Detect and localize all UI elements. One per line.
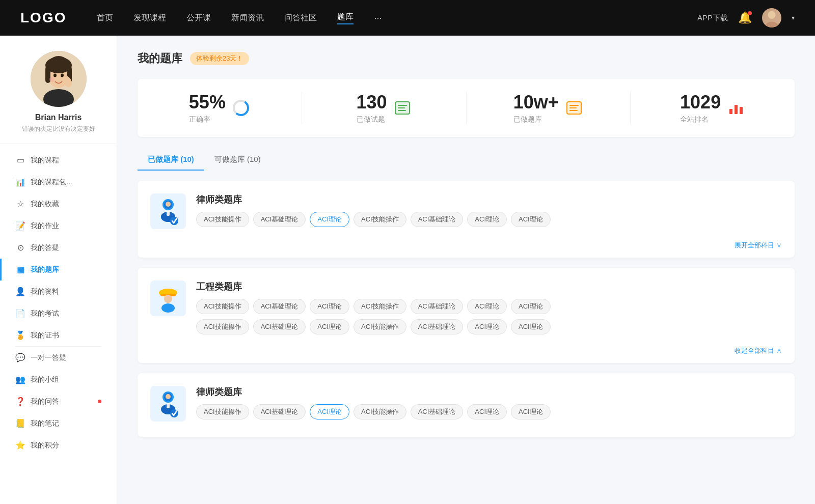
eng-tag-r2-5[interactable]: ACI理论: [467, 319, 507, 334]
page-title: 我的题库: [138, 51, 182, 66]
sidebar-item-mycourse[interactable]: ▭ 我的课程: [0, 149, 117, 171]
nav-qa[interactable]: 问答社区: [284, 13, 317, 23]
qa-notification-dot: [98, 400, 101, 403]
eng-tag-r1-1[interactable]: ACI基础理论: [253, 299, 306, 314]
eng-tag-r1-4[interactable]: ACI基础理论: [411, 299, 464, 314]
sidebar-item-exam[interactable]: 📄 我的考试: [0, 302, 117, 324]
group-icon: 👥: [15, 375, 25, 384]
nav-opencourse[interactable]: 公开课: [186, 13, 211, 23]
sidebar-item-profile[interactable]: 👤 我的资料: [0, 281, 117, 302]
tag-1[interactable]: ACI基础理论: [253, 212, 306, 227]
nav-home[interactable]: 首页: [97, 13, 113, 23]
exam-icon: 📄: [15, 309, 25, 318]
page-header: 我的题库 体验剩余23天！: [138, 51, 795, 66]
nav-news[interactable]: 新闻资讯: [231, 13, 264, 23]
eng-tag-r1-6[interactable]: ACI理论: [511, 299, 551, 314]
coursepack-icon: 📊: [15, 177, 25, 187]
sidebar-item-points[interactable]: ⭐ 我的积分: [0, 434, 117, 456]
course-icon: ▭: [15, 155, 25, 165]
bank-card-lawyer-2: 律师类题库 ACI技能操作 ACI基础理论 ACI理论 ACI技能操作 ACI基…: [138, 373, 795, 437]
tag-2[interactable]: ACI理论: [310, 212, 349, 227]
l2-tag-5[interactable]: ACI理论: [467, 404, 507, 419]
sidebar-item-notes[interactable]: 📒 我的笔记: [0, 412, 117, 434]
stat-ranking: 1029 全站排名: [631, 92, 795, 124]
svg-point-43: [166, 394, 171, 399]
bank-engineer-footer: 收起全部科目 ∧: [150, 342, 782, 355]
sidebar-item-mycoursepack[interactable]: 📊 我的课程包...: [0, 171, 117, 193]
tab-done-banks[interactable]: 已做题库 (10): [138, 150, 204, 171]
l2-tag-0[interactable]: ACI技能操作: [196, 404, 249, 419]
trial-badge: 体验剩余23天！: [190, 52, 249, 65]
user-menu-chevron[interactable]: ▾: [792, 14, 795, 21]
svg-rect-24: [569, 107, 577, 108]
nav-more[interactable]: ···: [374, 13, 382, 23]
svg-rect-27: [735, 105, 738, 114]
svg-point-0: [768, 11, 775, 19]
star-icon: ☆: [15, 199, 25, 209]
svg-rect-6: [45, 69, 50, 83]
stat-done-banks-value: 10w+: [513, 92, 559, 113]
done-questions-icon: [393, 99, 412, 117]
stat-accuracy-value: 55%: [189, 92, 226, 113]
done-banks-icon: [565, 99, 583, 117]
tag-6[interactable]: ACI理论: [511, 212, 551, 227]
bank-lawyer-2-info: 律师类题库 ACI技能操作 ACI基础理论 ACI理论 ACI技能操作 ACI基…: [196, 386, 782, 419]
eng-tag-r2-4[interactable]: ACI基础理论: [411, 319, 464, 334]
tag-5[interactable]: ACI理论: [467, 212, 507, 227]
bank-card-lawyer-2-header: 律师类题库 ACI技能操作 ACI基础理论 ACI理论 ACI技能操作 ACI基…: [150, 386, 782, 422]
bank-lawyer-1-name: 律师类题库: [196, 193, 782, 206]
notification-bell[interactable]: 🔔: [738, 11, 752, 24]
sidebar-item-homework[interactable]: 📝 我的作业: [0, 215, 117, 237]
svg-rect-45: [167, 403, 170, 408]
eng-tag-r2-2[interactable]: ACI理论: [310, 319, 349, 334]
app-download-button[interactable]: APP下载: [697, 13, 728, 23]
l2-tag-4[interactable]: ACI基础理论: [411, 404, 464, 419]
eng-tag-r1-0[interactable]: ACI技能操作: [196, 299, 249, 314]
sidebar-item-favorites[interactable]: ☆ 我的收藏: [0, 193, 117, 215]
sidebar-avatar: [31, 51, 87, 107]
stat-ranking-value: 1029: [680, 92, 721, 113]
eng-tag-r1-3[interactable]: ACI技能操作: [354, 299, 406, 314]
eng-tag-r1-5[interactable]: ACI理论: [467, 299, 507, 314]
sidebar-item-mygroup[interactable]: 👥 我的小组: [0, 369, 117, 390]
expand-lawyer-1-button[interactable]: 展开全部科目 ∨: [735, 241, 782, 250]
collapse-engineer-button[interactable]: 收起全部科目 ∧: [735, 346, 782, 355]
l2-tag-6[interactable]: ACI理论: [511, 404, 551, 419]
svg-point-40: [161, 303, 175, 313]
nav-discover[interactable]: 发现课程: [133, 13, 166, 23]
eng-tag-r2-1[interactable]: ACI基础理论: [253, 319, 306, 334]
sidebar-item-qa[interactable]: ⊙ 我的答疑: [0, 237, 117, 259]
nav-questionbank[interactable]: 题库: [337, 12, 354, 24]
eng-tag-r2-3[interactable]: ACI技能操作: [354, 319, 406, 334]
homework-icon: 📝: [15, 221, 25, 231]
sidebar-username: Brian Harris: [35, 113, 82, 122]
eng-tag-r1-2[interactable]: ACI理论: [310, 299, 349, 314]
tag-4[interactable]: ACI基础理论: [411, 212, 464, 227]
stat-done-banks-label: 已做题库: [513, 115, 559, 124]
l2-tag-1[interactable]: ACI基础理论: [253, 404, 306, 419]
sidebar-item-questionbank[interactable]: ▦ 我的题库: [0, 259, 117, 281]
svg-rect-25: [569, 110, 578, 111]
svg-rect-28: [740, 107, 743, 114]
l2-tag-3[interactable]: ACI技能操作: [354, 404, 406, 419]
questionbank-icon: ▦: [15, 265, 25, 274]
tag-3[interactable]: ACI技能操作: [354, 212, 406, 227]
sidebar-item-onetoone[interactable]: 💬 一对一答疑: [0, 347, 117, 369]
sidebar-item-myqa[interactable]: ❓ 我的问答: [0, 390, 117, 412]
main-layout: Brian Harris 错误的决定比没有决定要好 ▭ 我的课程 📊 我的课程包…: [0, 36, 815, 504]
top-navigation: LOGO 首页 发现课程 公开课 新闻资讯 问答社区 题库 ··· APP下载 …: [0, 0, 815, 36]
user-avatar[interactable]: [762, 8, 781, 27]
stat-ranking-label: 全站排名: [680, 115, 721, 124]
eng-tag-r2-0[interactable]: ACI技能操作: [196, 319, 249, 334]
svg-rect-18: [398, 105, 407, 106]
svg-point-11: [53, 74, 57, 77]
tag-0[interactable]: ACI技能操作: [196, 212, 249, 227]
svg-point-39: [164, 295, 172, 303]
l2-tag-2[interactable]: ACI理论: [310, 404, 349, 419]
sidebar-item-certificate[interactable]: 🏅 我的证书: [0, 324, 117, 346]
svg-rect-26: [729, 109, 732, 114]
sidebar: Brian Harris 错误的决定比没有决定要好 ▭ 我的课程 📊 我的课程包…: [0, 36, 117, 504]
eng-tag-r2-6[interactable]: ACI理论: [511, 319, 551, 334]
tab-available-banks[interactable]: 可做题库 (10): [204, 150, 271, 171]
lawyer-bank-icon-1: [150, 193, 186, 229]
